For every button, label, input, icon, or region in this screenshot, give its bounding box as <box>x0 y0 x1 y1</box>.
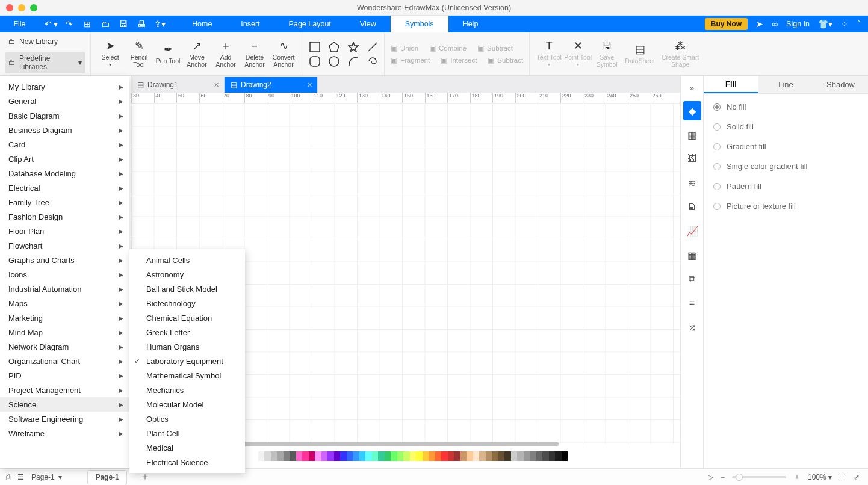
rectangle-shape-icon[interactable] <box>309 42 320 52</box>
submenu-item[interactable]: Human Organs <box>129 339 245 354</box>
submenu-item[interactable]: Molecular Model <box>129 397 245 412</box>
tab-insert[interactable]: Insert <box>226 16 274 32</box>
text-tool[interactable]: TText Tool▾ <box>535 35 563 73</box>
submenu-item[interactable]: Animal Cells <box>129 253 245 267</box>
color-swatch[interactable] <box>467 451 473 461</box>
color-swatch[interactable] <box>359 451 366 461</box>
library-menu-item[interactable]: Icons▶ <box>0 267 129 282</box>
color-swatch[interactable] <box>473 451 480 461</box>
color-swatch[interactable] <box>391 451 397 461</box>
create-smart-shape-button[interactable]: ⁂Create Smart Shape <box>659 35 702 73</box>
color-swatch[interactable] <box>321 451 328 461</box>
close-tab-icon[interactable]: ✕ <box>307 81 312 89</box>
library-menu-item[interactable]: Flowchart▶ <box>0 238 129 253</box>
color-swatch[interactable] <box>486 451 492 461</box>
color-swatch[interactable] <box>504 451 511 461</box>
doc-tab-drawing1[interactable]: ▤ Drawing1 ✕ <box>131 77 225 93</box>
expand-panel-icon[interactable]: » <box>690 79 695 96</box>
presentation-icon[interactable]: ▷ <box>708 473 713 481</box>
image-tab-icon[interactable]: 🖼 <box>683 149 701 168</box>
file-menu[interactable]: File <box>0 16 39 32</box>
color-swatch[interactable] <box>397 451 404 461</box>
library-menu-item[interactable]: Basic Diagram▶ <box>0 108 129 123</box>
color-swatch[interactable] <box>372 451 379 461</box>
color-swatch[interactable] <box>385 451 391 461</box>
library-menu-item[interactable]: My Library▶ <box>0 79 129 94</box>
color-swatch[interactable] <box>290 451 296 461</box>
color-swatch[interactable] <box>530 451 536 461</box>
color-swatch[interactable] <box>252 451 258 461</box>
outline-icon[interactable]: ☰ <box>17 473 24 481</box>
delete-anchor-tool[interactable]: －Delete Anchor <box>240 35 269 73</box>
point-tool[interactable]: ✕Point Tool▾ <box>563 35 592 73</box>
color-swatch[interactable] <box>536 451 543 461</box>
library-menu-item[interactable]: Electrical▶ <box>0 181 129 195</box>
color-swatch[interactable] <box>441 451 448 461</box>
share-icon[interactable]: ∞ <box>772 19 778 29</box>
new-icon[interactable]: ⊞ <box>79 19 96 29</box>
fill-option[interactable]: Gradient fill <box>713 142 858 151</box>
color-swatch[interactable] <box>378 451 385 461</box>
color-swatch[interactable] <box>347 451 353 461</box>
library-menu-item[interactable]: Graphs and Charts▶ <box>0 253 129 267</box>
tab-view[interactable]: View <box>346 16 391 32</box>
color-swatch[interactable] <box>340 451 347 461</box>
add-anchor-tool[interactable]: ＋Add Anchor <box>211 35 240 73</box>
color-swatch[interactable] <box>524 451 530 461</box>
pen-tool[interactable]: ✒Pen Tool <box>153 35 182 73</box>
circle-shape-icon[interactable] <box>329 56 339 67</box>
color-swatch[interactable] <box>423 451 429 461</box>
color-swatch[interactable] <box>334 451 341 461</box>
color-swatch[interactable] <box>271 451 277 461</box>
color-swatch[interactable] <box>264 451 271 461</box>
save-icon[interactable]: 🖫 <box>115 19 132 29</box>
scroll-thumb[interactable] <box>240 442 559 446</box>
redo-icon[interactable]: ↷ <box>61 19 78 29</box>
convert-anchor-tool[interactable]: ∿Convert Anchor <box>269 35 298 73</box>
color-swatch[interactable] <box>410 451 417 461</box>
fill-option[interactable]: No fill <box>713 102 858 111</box>
color-swatch[interactable] <box>403 451 410 461</box>
color-swatch[interactable] <box>296 451 303 461</box>
library-menu-item[interactable]: Floor Plan▶ <box>0 224 129 238</box>
submenu-item[interactable]: Ball and Stick Model <box>129 282 245 296</box>
submenu-item[interactable]: Greek Letter <box>129 325 245 339</box>
library-menu-item[interactable]: Fashion Design▶ <box>0 209 129 224</box>
submenu-item[interactable]: Mathematical Symbol <box>129 368 245 383</box>
library-menu-item[interactable]: Wireframe▶ <box>0 426 129 440</box>
fullscreen-icon[interactable]: ⤢ <box>854 473 860 481</box>
library-menu-item[interactable]: Clip Art▶ <box>0 152 129 166</box>
tab-symbols[interactable]: Symbols <box>391 16 448 32</box>
sign-in-button[interactable]: Sign In <box>786 20 810 28</box>
predefine-libraries-button[interactable]: 🗀 Predefine Libraries▾ <box>5 52 85 73</box>
buy-now-button[interactable]: Buy Now <box>705 18 748 30</box>
paragraph-tab-icon[interactable]: ≡ <box>683 294 701 313</box>
intersect-button[interactable]: ▣ Intersect <box>441 56 477 64</box>
library-menu-item[interactable]: Project Management▶ <box>0 383 129 397</box>
layers-tab-icon[interactable]: ≋ <box>683 173 701 193</box>
color-swatch[interactable] <box>302 451 309 461</box>
library-menu-item[interactable]: PID▶ <box>0 368 129 383</box>
datasheet-button[interactable]: ▤DataSheet <box>621 35 659 73</box>
pentagon-shape-icon[interactable] <box>329 42 339 52</box>
slider-knob[interactable] <box>736 474 743 481</box>
tab-page-layout[interactable]: Page Layout <box>274 16 346 32</box>
library-menu-item[interactable]: Science▶ <box>0 397 129 412</box>
library-menu-item[interactable]: Mind Map▶ <box>0 325 129 339</box>
zoom-out-icon[interactable]: − <box>721 473 725 481</box>
library-menu-item[interactable]: Business Diagram▶ <box>0 123 129 137</box>
spiral-shape-icon[interactable] <box>367 56 378 67</box>
page-width-icon[interactable]: ⎙ <box>6 473 10 481</box>
arc-shape-icon[interactable] <box>348 56 359 67</box>
table-tab-icon[interactable]: ▦ <box>683 246 701 265</box>
subtract-button[interactable]: ▣ Subtract <box>477 44 513 52</box>
send-icon[interactable]: ➤ <box>756 19 763 29</box>
theme-icon[interactable]: 👕▾ <box>818 19 832 29</box>
print-icon[interactable]: 🖶 <box>133 19 150 29</box>
color-swatch[interactable] <box>460 451 467 461</box>
library-menu-item[interactable]: Maps▶ <box>0 296 129 310</box>
select-tool[interactable]: ➤Select▾ <box>96 35 125 73</box>
submenu-item[interactable]: Electrical Science <box>129 455 245 469</box>
color-swatch[interactable] <box>562 451 568 461</box>
line-shape-icon[interactable] <box>367 42 378 52</box>
